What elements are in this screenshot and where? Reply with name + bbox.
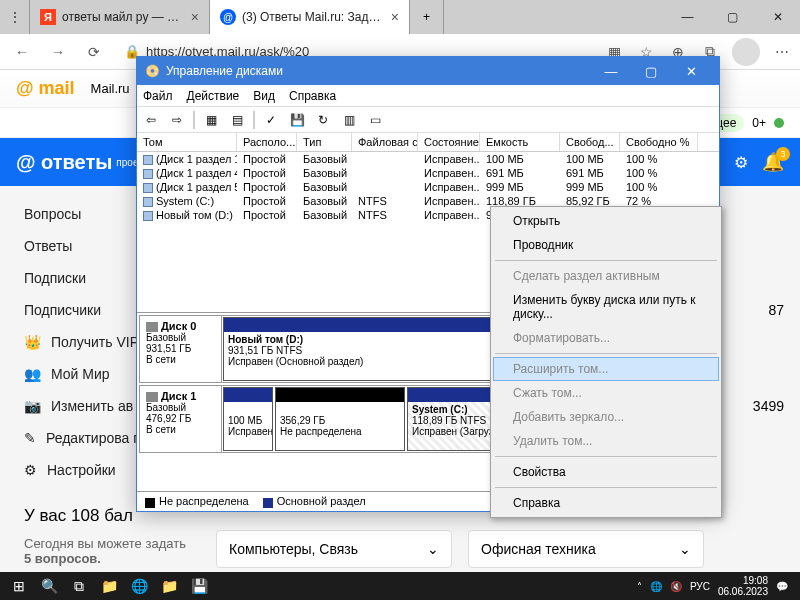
new-tab-button[interactable]: + [410, 0, 444, 34]
notifications-icon[interactable]: 💬 [776, 581, 788, 592]
toolbar: ⇦ ⇨ ▦ ▤ ✓ 💾 ↻ ▥ ▭ [137, 107, 719, 133]
ctx-letter[interactable]: Изменить букву диска или путь к диску... [493, 288, 719, 326]
back-button[interactable]: ← [8, 38, 36, 66]
col-free[interactable]: Свобод... [560, 133, 620, 151]
right-column: 87 3499 [720, 186, 800, 584]
back-icon[interactable]: ⇦ [141, 110, 161, 130]
menu-bar: Файл Действие Вид Справка [137, 85, 719, 107]
menu-action[interactable]: Действие [187, 89, 240, 103]
views-icon[interactable]: ▦ [201, 110, 221, 130]
col-freepct[interactable]: Свободно % [620, 133, 698, 151]
gear-icon: ⚙ [24, 462, 37, 478]
age-badge: 0+ [752, 116, 766, 130]
ctx-active: Сделать раздел активным [493, 264, 719, 288]
answers-logo[interactable]: @ ответы [16, 151, 112, 174]
tab-prev[interactable]: ⋮ [0, 0, 30, 34]
category-select[interactable]: Компьютеры, Связь⌄ [216, 530, 452, 568]
col-status[interactable]: Состояние [418, 133, 480, 151]
dot-icon [774, 118, 784, 128]
ctx-props[interactable]: Свойства [493, 460, 719, 484]
partition-unalloc[interactable]: 356,29 ГБНе распределена [275, 387, 405, 451]
menu-help[interactable]: Справка [289, 89, 336, 103]
legend-swatch [145, 498, 155, 508]
col-layout[interactable]: Располо... [237, 133, 297, 151]
edge-icon[interactable]: 🌐 [124, 572, 154, 600]
window-title: Управление дисками [166, 64, 283, 78]
menu-icon[interactable]: ⋯ [772, 42, 792, 62]
clock[interactable]: 19:0806.06.2023 [718, 575, 768, 597]
partition-header [276, 388, 404, 402]
ctx-format: Форматировать... [493, 326, 719, 350]
ctx-help[interactable]: Справка [493, 491, 719, 515]
disk-icon[interactable]: 💾 [287, 110, 307, 130]
partition-1[interactable]: 100 МБИсправен [223, 387, 273, 451]
settings-icon[interactable]: ⚙ [734, 153, 748, 172]
disk-icon [146, 322, 158, 332]
contacts-icon: 👥 [24, 366, 41, 382]
bell-icon[interactable]: 🔔3 [762, 151, 784, 173]
close-button[interactable]: ✕ [755, 0, 800, 34]
disk-icon [146, 392, 158, 402]
forward-icon[interactable]: ⇨ [167, 110, 187, 130]
network-icon[interactable]: 🌐 [650, 581, 662, 592]
tab-title: (3) Ответы Mail.ru: Задать вопр [242, 10, 385, 24]
props-icon[interactable]: ▭ [365, 110, 385, 130]
col-volume[interactable]: Том [137, 133, 237, 151]
col-capacity[interactable]: Емкость [480, 133, 560, 151]
maximize-button[interactable]: ▢ [710, 0, 755, 34]
window-titlebar[interactable]: 📀 Управление дисками — ▢ ✕ [137, 57, 719, 85]
today-text: Сегодня вы можете задать [24, 536, 200, 551]
minimize-button[interactable]: — [665, 0, 710, 34]
start-button[interactable]: ⊞ [4, 572, 34, 600]
ctx-open[interactable]: Открыть [493, 209, 719, 233]
list-icon[interactable]: ▥ [339, 110, 359, 130]
refresh-button[interactable]: ⟳ [80, 38, 108, 66]
explorer-icon[interactable]: 📁 [94, 572, 124, 600]
profile-avatar[interactable] [732, 38, 760, 66]
separator [253, 111, 255, 129]
pencil-icon: ✎ [24, 430, 36, 446]
separator [495, 353, 717, 354]
today-count: 5 вопросов. [24, 551, 200, 566]
table-row[interactable]: (Диск 1 раздел 1)ПростойБазовыйИсправен.… [137, 152, 719, 166]
taskview-icon[interactable]: ⧉ [64, 572, 94, 600]
yandex-icon: Я [40, 9, 56, 25]
views-icon[interactable]: ▤ [227, 110, 247, 130]
col-type[interactable]: Тип [297, 133, 352, 151]
menu-view[interactable]: Вид [253, 89, 275, 103]
table-header-row: Том Располо... Тип Файловая с... Состоян… [137, 133, 719, 152]
table-row[interactable]: (Диск 1 раздел 4)ПростойБазовыйИсправен.… [137, 166, 719, 180]
tab-mail[interactable]: @ (3) Ответы Mail.ru: Задать вопр × [210, 0, 410, 34]
disk-label: Диск 1 Базовый 476,92 ГБ В сети [140, 386, 222, 452]
checkmark-icon[interactable]: ✓ [261, 110, 281, 130]
ctx-explorer[interactable]: Проводник [493, 233, 719, 257]
refresh-icon[interactable]: ↻ [313, 110, 333, 130]
forward-button[interactable]: → [44, 38, 72, 66]
app-icon[interactable]: 📁 [154, 572, 184, 600]
separator [495, 487, 717, 488]
table-row[interactable]: (Диск 1 раздел 5)ПростойБазовыйИсправен.… [137, 180, 719, 194]
diskmgmt-icon[interactable]: 💾 [184, 572, 214, 600]
mailru-link[interactable]: Mail.ru [91, 81, 130, 96]
close-button[interactable]: ✕ [671, 57, 711, 85]
maximize-button[interactable]: ▢ [631, 57, 671, 85]
subcategory-select[interactable]: Офисная техника⌄ [468, 530, 704, 568]
taskbar: ⊞ 🔍 ⧉ 📁 🌐 📁 💾 ˄ 🌐 🔇 РУС 19:0806.06.2023 … [0, 572, 800, 600]
chevron-down-icon: ⌄ [427, 541, 439, 557]
tray-chevron-icon[interactable]: ˄ [637, 581, 642, 592]
context-menu: Открыть Проводник Сделать раздел активны… [490, 206, 722, 518]
close-icon[interactable]: × [191, 9, 199, 25]
close-icon[interactable]: × [391, 9, 399, 25]
menu-file[interactable]: Файл [143, 89, 173, 103]
disk-label: Диск 0 Базовый 931,51 ГБ В сети [140, 316, 222, 382]
tab-yandex[interactable]: Я ответы майл ру — Яндекс: наш × [30, 0, 210, 34]
language-indicator[interactable]: РУС [690, 581, 710, 592]
separator [495, 456, 717, 457]
search-icon[interactable]: 🔍 [34, 572, 64, 600]
mail-logo[interactable]: @ mail [16, 78, 75, 99]
minimize-button[interactable]: — [591, 57, 631, 85]
col-fs[interactable]: Файловая с... [352, 133, 418, 151]
legend-swatch [263, 498, 273, 508]
ctx-delete: Удалить том... [493, 429, 719, 453]
volume-icon[interactable]: 🔇 [670, 581, 682, 592]
